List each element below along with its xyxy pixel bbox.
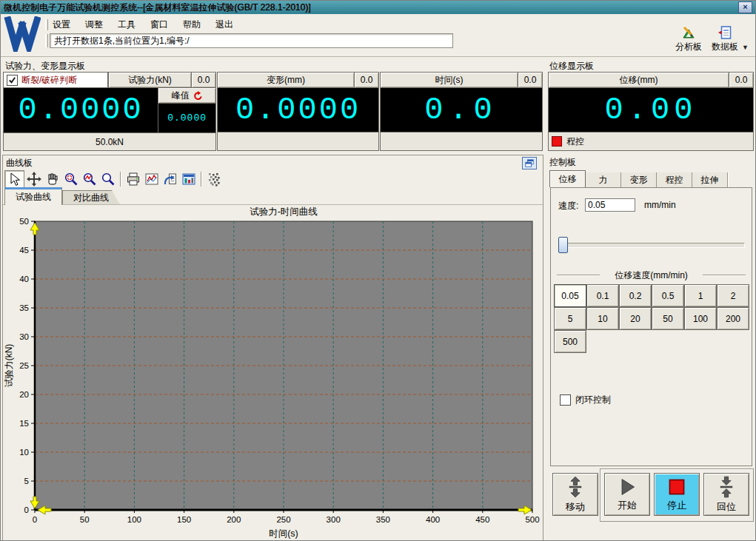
svg-text:100: 100 [127, 515, 141, 524]
restore-icon[interactable] [522, 157, 537, 169]
svg-text:0: 0 [33, 515, 37, 524]
analysis-board-button[interactable]: 分析板 [669, 24, 708, 53]
menu-settings[interactable]: 设置 [51, 18, 72, 32]
window-title: 微机控制电子万能试验机测控系统--[金属材料室温拉伸试验(GB/T 228.1-… [4, 1, 311, 14]
speed-option-0.05[interactable]: 0.05 [554, 284, 586, 307]
peak-label: 峰值 [172, 90, 190, 102]
data-board-icon [717, 25, 733, 40]
bitmap-export-icon[interactable] [204, 171, 223, 188]
closed-loop-checkbox[interactable]: 闭环控制 [560, 394, 611, 406]
deform-channel-button[interactable]: 变形(mm) [218, 73, 354, 87]
speed-slider-track[interactable] [560, 243, 745, 248]
menu-exit[interactable]: 退出 [214, 18, 235, 32]
svg-text:20: 20 [19, 390, 29, 399]
svg-text:0: 0 [24, 505, 29, 514]
status-text: 共打开数据1条,当前位置为1,编号:/ [54, 35, 190, 47]
time-aux-value: 0.0 [518, 73, 542, 87]
move-crosshair-icon[interactable] [24, 171, 43, 188]
speed-option-50[interactable]: 50 [652, 307, 684, 330]
svg-text:10: 10 [19, 448, 29, 457]
speed-option-100[interactable]: 100 [684, 307, 717, 330]
disp-aux-value: 0.0 [729, 73, 753, 87]
disp-display-group: 位移(mm) 0.0 0.00 程控 [548, 72, 754, 151]
svg-text:45: 45 [19, 246, 29, 255]
break-detect-checkbox[interactable]: 断裂/破碎判断 [4, 73, 108, 87]
speed-option-5[interactable]: 5 [554, 307, 586, 330]
disp-channel-button[interactable]: 位移(mm) [549, 73, 729, 87]
menu-adjust[interactable]: 调整 [84, 18, 104, 32]
force-channel-button[interactable]: 试验力(kN) [108, 73, 191, 87]
menu-tools[interactable]: 工具 [116, 18, 137, 32]
speed-option-0.2[interactable]: 0.2 [619, 284, 652, 307]
tab-test-curve[interactable]: 试验曲线 [4, 187, 62, 205]
break-detect-label: 断裂/破碎判断 [21, 74, 77, 87]
toolbar-overflow-icon[interactable]: ▼ [742, 44, 749, 51]
force-panel-caption: 试验力、变形显示板 [5, 60, 85, 73]
pan-hand-icon[interactable] [43, 171, 61, 188]
speed-option-1[interactable]: 1 [684, 284, 717, 307]
stop-button[interactable]: 停止 [654, 473, 700, 516]
deform-display-group: 变形(mm) 0.0 0.0000 [217, 72, 379, 151]
start-button[interactable]: 开始 [604, 473, 650, 516]
close-icon[interactable]: × [738, 1, 752, 13]
tab-compare-curve[interactable]: 对比曲线 [62, 190, 120, 205]
toolbar-separator [120, 172, 121, 187]
speed-option-10[interactable]: 10 [586, 307, 619, 330]
zoom-icon[interactable] [98, 171, 117, 188]
speed-input[interactable] [585, 198, 635, 212]
speed-option-0.1[interactable]: 0.1 [586, 284, 619, 307]
break-detect-checkbox-box[interactable] [7, 75, 18, 86]
svg-text:450: 450 [475, 515, 489, 524]
chart-plot[interactable]: 0501001502002503003504004505000510152025… [3, 205, 543, 540]
chart-area[interactable]: 0501001502002503003504004505000510152025… [3, 204, 543, 540]
menu-window[interactable]: 窗口 [149, 18, 170, 32]
toolbar: 设置调整工具窗口帮助退出 共打开数据1条,当前位置为1,编号:/ 分析板 数据板 [1, 14, 755, 57]
deform-bottom-strip [218, 132, 378, 150]
peak-bar: 峰值 [158, 88, 215, 104]
tab-tensile[interactable]: 拉伸 [692, 172, 728, 187]
curve-panel: 曲线板 试验曲线对比曲线 050100150200250300350400450… [2, 155, 543, 540]
closed-loop-checkbox-box[interactable] [560, 394, 571, 406]
curve-style-icon[interactable] [142, 171, 161, 188]
data-board-button[interactable]: 数据板 [706, 24, 744, 53]
svg-text:300: 300 [327, 515, 341, 524]
speed-option-20[interactable]: 20 [619, 307, 652, 330]
zoom-rect-icon[interactable] [61, 171, 80, 188]
select-cursor-icon[interactable] [4, 170, 24, 189]
time-display-group: 时间(s) 0.0 0.0 [380, 72, 543, 151]
deform-display: 0.0000 [218, 88, 378, 132]
tab-force[interactable]: 力 [586, 172, 621, 187]
time-channel-button[interactable]: 时间(s) [381, 73, 518, 87]
zoom-curve-icon[interactable] [80, 171, 98, 188]
analysis-board-icon [680, 25, 697, 40]
speed-option-200[interactable]: 200 [717, 307, 749, 330]
tab-program[interactable]: 程控 [657, 172, 692, 187]
force-display-group: 断裂/破碎判断 试验力(kN) 0.0 0.0000 峰值 0.0000 50.… [3, 72, 216, 151]
peak-refresh-icon[interactable] [193, 91, 203, 101]
print-icon[interactable] [124, 171, 142, 188]
move-jog-icon [566, 476, 585, 498]
report-panel-icon[interactable] [179, 171, 198, 188]
move-button[interactable]: 移动 [552, 473, 598, 516]
speed-option-500[interactable]: 500 [554, 330, 586, 353]
force-aux-value: 0.0 [191, 73, 215, 87]
svg-text:15: 15 [19, 419, 29, 428]
deform-aux-value: 0.0 [354, 73, 378, 87]
main-window: 微机控制电子万能试验机测控系统--[金属材料室温拉伸试验(GB/T 228.1-… [0, 0, 756, 541]
time-bottom-strip [381, 132, 542, 150]
svg-text:25: 25 [19, 361, 29, 370]
tab-displacement[interactable]: 位移 [549, 170, 586, 187]
home-button[interactable]: 回位 [703, 473, 749, 516]
stop-icon [667, 477, 686, 497]
speed-option-2[interactable]: 2 [717, 284, 749, 307]
speed-slider-handle[interactable] [558, 237, 568, 253]
toolbar-separator [201, 172, 201, 187]
curve-toolbar [4, 169, 223, 189]
data-replay-icon[interactable] [161, 171, 179, 188]
status-textbox[interactable]: 共打开数据1条,当前位置为1,编号:/ [50, 33, 453, 48]
svg-text:50: 50 [80, 515, 90, 524]
speed-option-0.5[interactable]: 0.5 [652, 284, 684, 307]
tab-deform[interactable]: 变形 [621, 172, 657, 187]
menu-help[interactable]: 帮助 [181, 18, 202, 32]
svg-text:40: 40 [19, 275, 29, 283]
